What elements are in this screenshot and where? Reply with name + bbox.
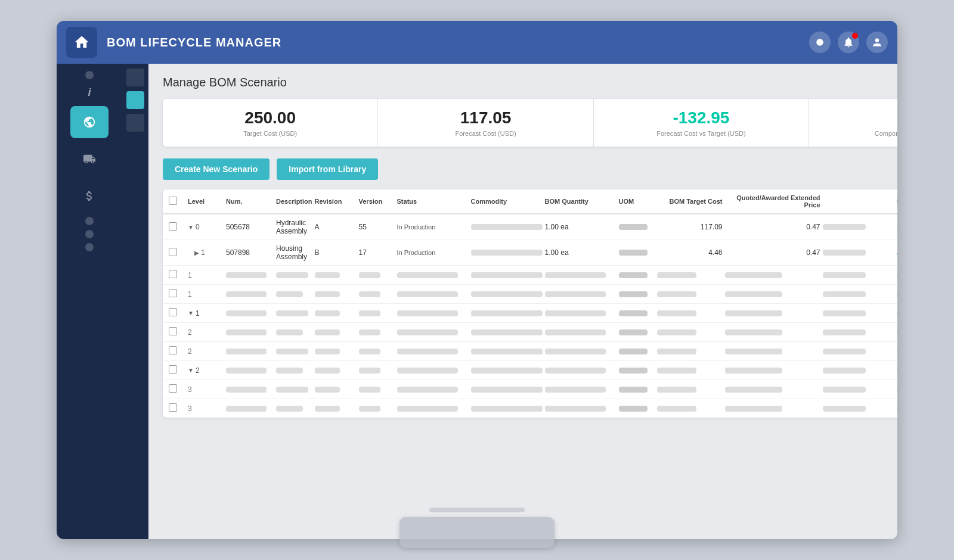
sidebar-item-globe[interactable] [70, 106, 109, 138]
stat-label-diff: Forecast Cost vs Target (USD) [606, 130, 797, 137]
import-library-button[interactable]: Import from Library [277, 158, 378, 180]
row2-rev: B [315, 248, 357, 257]
stat-label-missing: Components Missing Quotes [821, 130, 897, 137]
table-row: ▼ 0 505678 Hydraulic Assembly A 55 In Pr… [163, 214, 897, 240]
row2-quoted-price: 0.47 [725, 248, 820, 257]
create-scenario-button[interactable]: Create New Scenario [163, 158, 270, 180]
page-title: Manage BOM Scenario [163, 76, 897, 89]
row1-quoted-price: 0.47 [725, 223, 820, 231]
stat-label-target: Target Cost (USD) [175, 130, 366, 137]
row1-supplier[interactable]: Select [897, 223, 897, 231]
stat-diff-cost: -132.95 Forecast Cost vs Target (USD) [594, 99, 809, 147]
th-uom: UOM [619, 198, 655, 205]
row2-commodity [471, 250, 543, 256]
table-row: 1 [163, 285, 897, 304]
row1-expand[interactable]: ▼ [188, 224, 194, 231]
row2-target-cost: 4.46 [657, 248, 723, 257]
action-row: Create New Scenario Import from Library [163, 158, 897, 180]
row1-price-bar [823, 224, 894, 230]
th-status: Status [397, 198, 469, 205]
stat-forecast-cost: 117.05 Forecast Cost (USD) [378, 99, 593, 147]
row2-expand[interactable]: ▶ [194, 250, 199, 256]
sidebar-dot-2[interactable] [85, 217, 94, 225]
row2-checkbox[interactable] [169, 248, 185, 258]
sidebar-item-truck[interactable] [70, 143, 109, 175]
table-row: 3 [163, 380, 897, 399]
stats-row: 250.00 Target Cost (USD) 117.05 Forecast… [163, 99, 897, 147]
home-button[interactable] [66, 27, 97, 58]
th-ver: Version [359, 198, 395, 205]
th-rev: Revision [315, 198, 357, 205]
th-level: Level [188, 198, 224, 205]
sidebar-item-dollar[interactable] [70, 180, 109, 212]
row1-num: 505678 [226, 223, 274, 231]
page-content: Manage BOM Scenario 250.00 Target Cost (… [148, 64, 897, 539]
th-commodity: Commodity [471, 198, 543, 205]
table-header: Level Num. Description Revision Version … [163, 189, 897, 214]
row1-rev: A [315, 223, 357, 231]
th-checkbox [169, 197, 185, 206]
row2-desc: Housing Assembly [276, 244, 312, 261]
stat-value-diff: -132.95 [606, 108, 797, 127]
row1-level: ▼ 0 [188, 223, 224, 231]
stat-value-missing: 160 [821, 108, 897, 127]
stat-target-cost: 250.00 Target Cost (USD) [163, 99, 378, 147]
row2-uom [619, 250, 655, 256]
stat-label-forecast: Forecast Cost (USD) [390, 130, 581, 137]
table-row: 2 [163, 342, 897, 361]
th-supplier: Supplier [897, 198, 897, 205]
user-avatar[interactable] [866, 32, 888, 53]
table-row: 2 [163, 323, 897, 342]
th-target-cost: BOM Target Cost [657, 198, 723, 205]
th-num: Num. [226, 198, 274, 205]
row1-desc: Hydraulic Assembly [276, 219, 312, 235]
row1-target-cost: 117.09 [657, 223, 723, 231]
row2-level: ▶ 1 [188, 248, 224, 257]
row1-commodity [471, 224, 543, 230]
row2-status: In Production [397, 249, 469, 256]
table-row: 1 [163, 266, 897, 285]
row1-bom-qty: 1.00 ea [545, 223, 617, 231]
app-title: BOM LIFECYCLE MANAGER [107, 36, 809, 49]
sidebar-dot-1[interactable] [85, 71, 94, 79]
row1-uom [619, 224, 655, 230]
row2-num: 507898 [226, 248, 274, 257]
sidebar-info: i [88, 84, 91, 101]
th-desc: Description [276, 198, 312, 205]
row1-ver: 55 [359, 223, 395, 231]
secondary-sidebar [122, 64, 148, 539]
row1-status: In Production [397, 223, 469, 231]
table-row: ▶ 1 507898 Housing Assembly B 17 In Prod… [163, 240, 897, 266]
table-row: ▼1 [163, 304, 897, 323]
row2-ver: 17 [359, 248, 395, 257]
select-all-checkbox[interactable] [169, 197, 177, 205]
row2-bom-qty: 1.00 ea [545, 248, 617, 257]
bom-table: Level Num. Description Revision Version … [163, 189, 897, 418]
top-bar: BOM LIFECYCLE MANAGER [57, 21, 897, 64]
table-row: ▼2 [163, 361, 897, 380]
stat-value-target: 250.00 [175, 108, 366, 127]
row2-price-bar [823, 250, 894, 256]
sidebar: i [57, 64, 122, 539]
th-bom-qty: BOM Quantity [545, 198, 617, 205]
stat-value-forecast: 117.05 [390, 108, 581, 127]
status-indicator[interactable] [809, 32, 831, 53]
sidebar-dot-3[interactable] [85, 230, 94, 238]
th-quoted-price: Quoted/Awarded Extended Price [725, 194, 820, 209]
notification-badge [852, 33, 858, 39]
row2-supplier[interactable]: ABC, Inc. [897, 248, 897, 257]
notification-icon[interactable] [838, 32, 859, 53]
svg-point-0 [816, 39, 823, 46]
stat-missing-quotes: 160 Components Missing Quotes [809, 99, 897, 147]
row1-checkbox[interactable] [169, 222, 185, 232]
sec-item-active[interactable] [126, 91, 144, 109]
table-row: 3 [163, 399, 897, 418]
header-icons [809, 32, 888, 53]
sidebar-dot-4[interactable] [85, 243, 94, 251]
sec-item-3[interactable] [126, 114, 144, 132]
sec-item-1[interactable] [126, 69, 144, 86]
